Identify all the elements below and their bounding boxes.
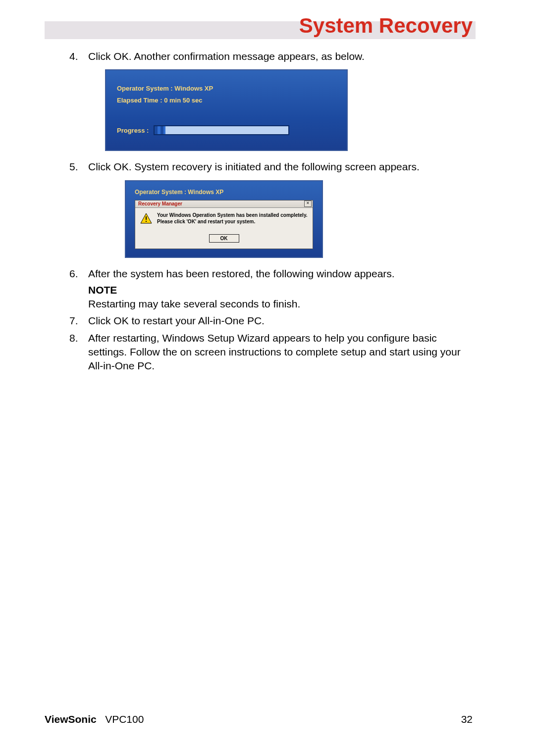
step-number: 4. xyxy=(69,50,88,63)
step-number: 7. xyxy=(69,314,88,328)
svg-rect-2 xyxy=(146,221,147,222)
dialog-titlebar: Recovery Manager × xyxy=(135,201,313,208)
step-5: 5. Click OK. System recovery is initiate… xyxy=(69,160,461,174)
step-8: 8. After restarting, Windows Setup Wizar… xyxy=(69,331,461,373)
step-number: 8. xyxy=(69,331,88,373)
dialog-body: Your Windows Operation System has been i… xyxy=(135,208,313,227)
model-name xyxy=(100,713,106,725)
step-number: 6. xyxy=(69,267,88,311)
dialog-title: Recovery Manager xyxy=(138,201,182,207)
step-text: Click OK. Another confirmation message a… xyxy=(88,50,461,63)
page-number: 32 xyxy=(461,713,473,725)
page-title: System Recovery xyxy=(299,14,473,38)
step-4: 4. Click OK. Another confirmation messag… xyxy=(69,50,461,63)
elapsed-time-label: Elapsed Time : 0 min 50 sec xyxy=(117,96,336,105)
dialog-message-line1: Your Windows Operation System has been i… xyxy=(157,212,308,218)
progress-row: Progress : xyxy=(117,125,336,135)
warning-icon xyxy=(140,213,152,224)
progress-window: Operator System : Windows XP Elapsed Tim… xyxy=(105,69,348,151)
os-label: Operator System : Windows XP xyxy=(117,84,336,93)
model-name-text: VPC100 xyxy=(105,713,144,725)
note-label: NOTE xyxy=(88,283,461,297)
dialog-box: Recovery Manager × Your Windows Operatio… xyxy=(135,200,313,249)
recovery-manager-window: Operator System : Windows XP Recovery Ma… xyxy=(125,180,323,258)
progress-fill xyxy=(155,126,165,134)
svg-rect-1 xyxy=(146,216,147,220)
step-7: 7. Click OK to restart your All-in-One P… xyxy=(69,314,461,328)
footer-left: ViewSonic VPC100 xyxy=(45,713,144,725)
brand-name: ViewSonic xyxy=(45,713,97,725)
progress-bar xyxy=(154,125,289,135)
step-6: 6. After the system has been restored, t… xyxy=(69,267,461,311)
ok-button[interactable]: OK xyxy=(209,234,239,243)
close-icon[interactable]: × xyxy=(304,201,312,207)
step-text: After restarting, Windows Setup Wizard a… xyxy=(88,331,461,373)
progress-label: Progress : xyxy=(117,126,149,135)
os-label: Operator System : Windows XP xyxy=(135,188,313,196)
dialog-button-row: OK xyxy=(135,227,313,249)
step-6-text: After the system has been restored, the … xyxy=(88,268,395,279)
note-text: Restarting may take several seconds to f… xyxy=(88,297,461,311)
footer: ViewSonic VPC100 32 xyxy=(45,713,473,725)
dialog-message-line2: Please click 'OK' and restart your syste… xyxy=(157,218,308,225)
step-number: 5. xyxy=(69,160,88,174)
step-text: Click OK to restart your All-in-One PC. xyxy=(88,314,461,328)
step-text: After the system has been restored, the … xyxy=(88,267,461,311)
step-text: Click OK. System recovery is initiated a… xyxy=(88,160,461,174)
content-area: 4. Click OK. Another confirmation messag… xyxy=(69,50,461,376)
dialog-message: Your Windows Operation System has been i… xyxy=(157,212,308,225)
